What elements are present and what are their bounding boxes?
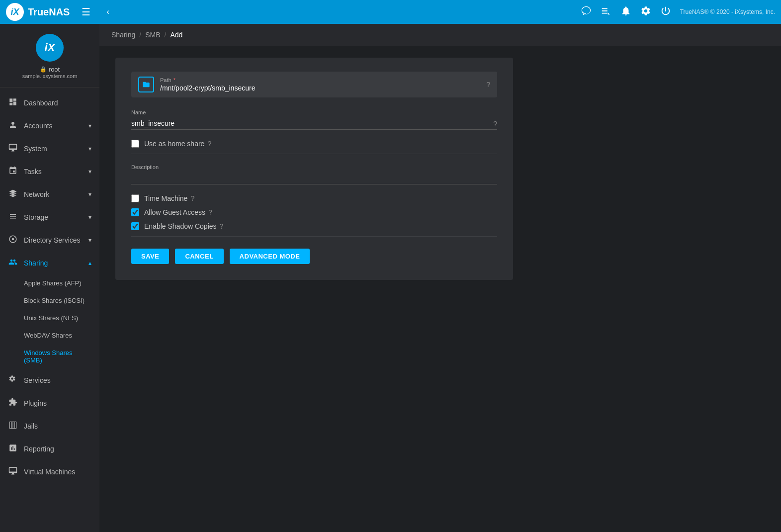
path-label-text: Path [160, 77, 172, 83]
copyright-text: TrueNAS® © 2020 - iXsystems, Inc. [680, 8, 775, 15]
breadcrumb-sharing[interactable]: Sharing [111, 31, 135, 39]
plugins-icon [8, 398, 18, 409]
use-home-share-label[interactable]: Use as home share ? [144, 140, 211, 148]
jails-icon [8, 421, 18, 432]
sidebar-item-services[interactable]: Services [0, 369, 99, 392]
reporting-icon [8, 443, 18, 454]
sidebar-item-system[interactable]: System ▾ [0, 137, 99, 160]
sidebar-item-reporting[interactable]: Reporting [0, 438, 99, 460]
svg-point-0 [12, 238, 14, 241]
sidebar-item-virtual-machines[interactable]: Virtual Machines [0, 460, 99, 483]
notes-icon[interactable] [601, 5, 611, 19]
sidebar-item-plugins[interactable]: Plugins [0, 392, 99, 415]
network-chevron: ▾ [88, 191, 91, 198]
sidebar-item-sharing[interactable]: Sharing ▴ [0, 252, 99, 274]
path-required: * [174, 77, 175, 83]
sidebar-subitem-afp[interactable]: Apple Shares (AFP) [0, 274, 99, 292]
sidebar-item-network[interactable]: Network ▾ [0, 183, 99, 206]
sidebar-item-dashboard-label: Dashboard [24, 99, 91, 107]
description-label: Description [131, 164, 497, 170]
sidebar-item-directory-services[interactable]: Directory Services ▾ [0, 229, 99, 252]
storage-icon [8, 212, 18, 223]
path-label: Path * [160, 77, 480, 83]
app-logo: iX TrueNAS [6, 3, 70, 21]
name-help-icon[interactable]: ? [493, 120, 497, 128]
description-field-group: Description [131, 164, 497, 184]
description-input[interactable] [131, 172, 497, 184]
accounts-icon [8, 120, 18, 131]
directory-services-chevron: ▾ [88, 237, 91, 244]
sidebar-item-virtual-machines-label: Virtual Machines [24, 468, 91, 476]
sidebar-subitem-iscsi[interactable]: Block Shares (iSCSI) [0, 292, 99, 309]
path-field-container: Path * /mnt/pool2-crypt/smb_insecure ? [131, 72, 497, 97]
save-button[interactable]: SAVE [131, 249, 169, 264]
allow-guest-help-icon[interactable]: ? [208, 208, 212, 216]
system-chevron: ▾ [88, 145, 91, 152]
sidebar-subitem-webdav[interactable]: WebDAV Shares [0, 327, 99, 344]
time-machine-help-icon[interactable]: ? [190, 194, 194, 202]
path-field-inner: Path * /mnt/pool2-crypt/smb_insecure [160, 77, 480, 92]
time-machine-label[interactable]: Time Machine ? [144, 194, 194, 202]
smb-add-form: Path * /mnt/pool2-crypt/smb_insecure ? N… [115, 58, 513, 280]
path-help-icon[interactable]: ? [486, 81, 490, 89]
avatar: iX [36, 34, 64, 62]
sidebar-item-jails[interactable]: Jails [0, 415, 99, 438]
breadcrumb-sep-2: / [165, 31, 167, 39]
browse-folder-button[interactable] [138, 77, 154, 92]
sidebar-subitem-smb[interactable]: Windows Shares (SMB) [0, 344, 99, 369]
divider-1 [131, 154, 497, 154]
divider-2 [131, 236, 497, 237]
tasks-chevron: ▾ [88, 168, 91, 175]
cancel-button[interactable]: CANCEL [175, 249, 223, 264]
sidebar-item-services-label: Services [24, 376, 91, 384]
sidebar-subitem-nfs[interactable]: Unix Shares (NFS) [0, 309, 99, 327]
name-input[interactable] [131, 117, 497, 130]
name-field-group: Name ? [131, 109, 497, 130]
username-display: 🔒 root [40, 66, 60, 73]
sidebar-item-tasks-label: Tasks [24, 168, 83, 176]
sidebar: iX 🔒 root sample.ixsystems.com Dashboard… [0, 24, 99, 532]
hamburger-menu-button[interactable]: ☰ [78, 4, 94, 20]
tasks-icon [8, 166, 18, 177]
sidebar-item-dashboard[interactable]: Dashboard [0, 91, 99, 114]
sidebar-subitem-nfs-label: Unix Shares (NFS) [24, 314, 78, 322]
name-label: Name [131, 109, 497, 115]
services-icon [8, 375, 18, 386]
content-area: Sharing / SMB / Add Path * /mnt/pool2-cr… [99, 24, 781, 532]
path-value: /mnt/pool2-crypt/smb_insecure [160, 84, 480, 92]
shadow-copies-label[interactable]: Enable Shadow Copies ? [144, 222, 223, 230]
advanced-mode-button[interactable]: ADVANCED MODE [230, 249, 310, 264]
settings-icon[interactable] [640, 5, 651, 19]
lock-icon: 🔒 [40, 66, 47, 73]
logo-text: iX [10, 7, 19, 17]
sidebar-item-storage[interactable]: Storage ▾ [0, 206, 99, 229]
directory-services-icon [8, 235, 18, 246]
breadcrumb-add: Add [170, 31, 182, 39]
accounts-chevron: ▾ [88, 122, 91, 129]
sidebar-item-jails-label: Jails [24, 422, 91, 430]
sidebar-item-tasks[interactable]: Tasks ▾ [0, 160, 99, 183]
breadcrumb-smb[interactable]: SMB [145, 31, 160, 39]
sharing-chevron: ▴ [88, 260, 91, 266]
power-icon[interactable] [660, 5, 671, 19]
sidebar-item-accounts[interactable]: Accounts ▾ [0, 114, 99, 137]
sidebar-item-plugins-label: Plugins [24, 399, 91, 407]
shadow-copies-help-icon[interactable]: ? [220, 222, 224, 230]
back-button[interactable]: ‹ [102, 5, 113, 18]
use-home-share-help-icon[interactable]: ? [207, 140, 211, 148]
alerts-icon[interactable] [620, 5, 631, 19]
shadow-copies-item: Enable Shadow Copies ? [131, 222, 497, 230]
system-icon [8, 143, 18, 154]
feedback-icon[interactable] [581, 5, 592, 19]
use-home-share-item: Use as home share ? [131, 140, 497, 148]
allow-guest-item: Allow Guest Access ? [131, 208, 497, 216]
time-machine-item: Time Machine ? [131, 194, 497, 202]
avatar-text: iX [45, 41, 55, 54]
use-home-share-checkbox[interactable] [131, 140, 139, 148]
virtual-machines-icon [8, 466, 18, 477]
allow-guest-label[interactable]: Allow Guest Access ? [144, 208, 212, 216]
time-machine-checkbox[interactable] [131, 194, 139, 202]
sidebar-subitem-smb-label: Windows Shares (SMB) [24, 349, 91, 364]
shadow-copies-checkbox[interactable] [131, 222, 139, 230]
allow-guest-checkbox[interactable] [131, 208, 139, 216]
